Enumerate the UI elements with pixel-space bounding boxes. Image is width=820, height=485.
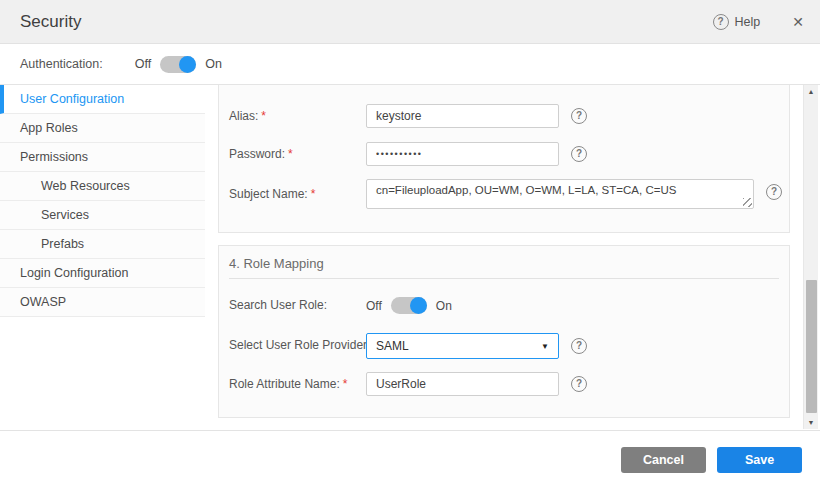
required-marker: *	[343, 377, 348, 391]
alias-input[interactable]	[366, 104, 559, 128]
search-user-role-label: Search User Role:	[229, 293, 365, 317]
sidebar-item-user-configuration[interactable]: User Configuration	[0, 85, 205, 114]
role-attribute-label: Role Attribute Name:*	[229, 372, 365, 396]
scroll-down-icon[interactable]: ▼	[804, 416, 818, 429]
save-button[interactable]: Save	[717, 447, 802, 473]
password-help-icon[interactable]: ?	[571, 146, 587, 162]
toggle-knob	[179, 56, 196, 73]
authentication-off-label: Off	[135, 57, 151, 71]
vertical-scrollbar[interactable]: ▲ ▼	[803, 85, 818, 429]
help-label: Help	[735, 15, 761, 29]
provider-label: Select User Role Provider:	[229, 333, 365, 357]
subject-name-textarea[interactable]: cn=FileuploadApp, OU=WM, O=WM, L=LA, ST=…	[366, 179, 754, 209]
alias-help-icon[interactable]: ?	[571, 108, 587, 124]
alias-label: Alias:*	[229, 104, 365, 128]
password-input[interactable]	[366, 142, 559, 166]
sidebar-item-owasp[interactable]: OWASP	[0, 288, 205, 317]
role-attribute-input[interactable]	[366, 372, 559, 396]
footer-actions: Cancel Save	[621, 447, 802, 473]
settings-sidebar: User Configuration App Roles Permissions…	[0, 85, 205, 317]
chevron-down-icon: ▼	[541, 342, 549, 351]
provider-selected-value: SAML	[376, 339, 409, 353]
provider-help-icon[interactable]: ?	[571, 338, 587, 354]
sidebar-item-login-configuration[interactable]: Login Configuration	[0, 259, 205, 288]
sidebar-item-permissions[interactable]: Permissions	[0, 143, 205, 172]
toggle-knob	[410, 297, 427, 314]
required-marker: *	[261, 109, 266, 123]
subject-name-label: Subject Name:*	[229, 182, 365, 206]
authentication-label: Authentication:	[20, 57, 103, 71]
sidebar-item-prefabs[interactable]: Prefabs	[0, 230, 205, 259]
sidebar-item-web-resources[interactable]: Web Resources	[0, 172, 205, 201]
role-mapping-panel: 4. Role Mapping Search User Role: Off On…	[218, 245, 790, 418]
textarea-resize-handle[interactable]	[743, 198, 752, 207]
subject-name-help-icon[interactable]: ?	[766, 184, 782, 200]
help-button[interactable]: ? Help	[713, 14, 761, 30]
authentication-row: Authentication: Off On	[0, 44, 820, 85]
sidebar-item-services[interactable]: Services	[0, 201, 205, 230]
role-attribute-help-icon[interactable]: ?	[571, 376, 587, 392]
required-marker: *	[311, 187, 316, 201]
password-label: Password:*	[229, 142, 365, 166]
sidebar-item-app-roles[interactable]: App Roles	[0, 114, 205, 143]
cancel-button[interactable]: Cancel	[621, 447, 706, 473]
role-mapping-section-title: 4. Role Mapping	[229, 246, 779, 279]
search-user-role-off-label: Off	[366, 299, 382, 313]
scrollbar-thumb[interactable]	[806, 280, 817, 413]
close-icon[interactable]: ✕	[792, 14, 804, 30]
footer-divider	[0, 430, 820, 431]
required-marker: *	[288, 147, 293, 161]
authentication-on-label: On	[205, 57, 222, 71]
help-icon: ?	[713, 14, 729, 30]
authentication-toggle[interactable]	[160, 56, 196, 73]
scroll-up-icon[interactable]: ▲	[804, 85, 818, 98]
provider-select[interactable]: SAML ▼	[366, 333, 559, 359]
search-user-role-on-label: On	[436, 299, 452, 313]
certificate-panel: Alias:* ? Password:* ? Subject Name:* cn…	[218, 85, 790, 233]
dialog-header: Security ? Help ✕	[0, 0, 820, 44]
page-title: Security	[20, 12, 81, 32]
search-user-role-toggle[interactable]	[391, 297, 427, 314]
